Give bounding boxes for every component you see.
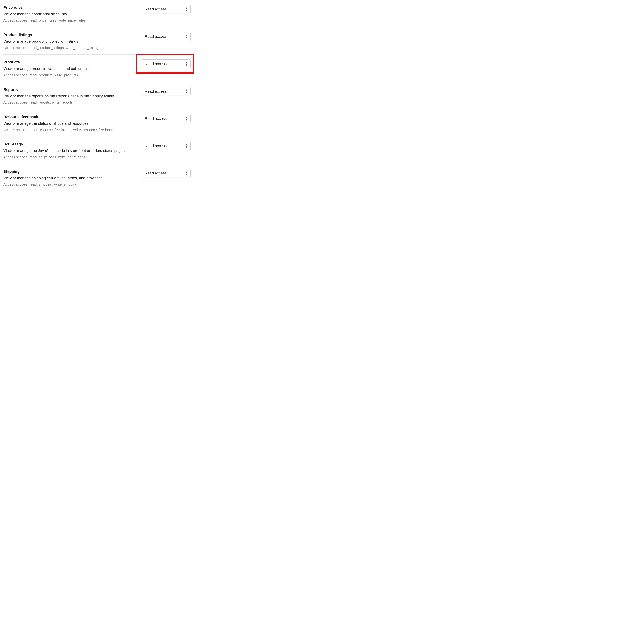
permission-description: View or manage products, variants, and c… [3,66,135,71]
permission-title: Products [3,59,135,65]
permission-scopes: Access scopes: read_price_rules, write_p… [3,18,135,23]
access-select-value[interactable]: Read access [142,5,191,14]
permission-info: Script tagsView or manage the JavaScript… [3,142,142,160]
permission-description: View or manage shipping carriers, countr… [3,175,135,181]
permissions-list: Price rulesView or manage conditional di… [3,0,191,191]
permission-info: ProductsView or manage products, variant… [3,59,142,78]
permission-row-products: ProductsView or manage products, variant… [3,55,191,82]
permission-row-product-listings: Product listingsView or manage product o… [3,27,191,55]
access-select-products[interactable]: Read access [142,59,191,68]
access-select-script-tags[interactable]: Read access [142,142,191,150]
access-select-price-rules[interactable]: Read access [142,5,191,14]
permission-row-reports: ReportsView or manage reports on the Rep… [3,82,191,109]
access-select-value[interactable]: Read access [142,142,191,150]
access-select-value[interactable]: Read access [142,169,191,178]
permission-scopes: Access scopes: read_shipping, write_ship… [3,182,135,187]
permission-title: Product listings [3,32,135,38]
access-select-reports[interactable]: Read access [142,87,191,96]
permission-scopes: Access scopes: read_resource_feedbacks, … [3,127,135,132]
permission-row-shipping: ShippingView or manage shipping carriers… [3,164,191,191]
permission-scopes: Access scopes: read_products, write_prod… [3,72,135,78]
permission-info: ShippingView or manage shipping carriers… [3,169,142,187]
permission-description: View or manage the JavaScript code in st… [3,148,135,154]
permission-scopes: Access scopes: read_product_listings, wr… [3,45,135,50]
access-select-product-listings[interactable]: Read access [142,32,191,41]
access-select-value[interactable]: Read access [142,59,191,68]
permission-title: Script tags [3,142,135,147]
permission-title: Resource feedback [3,114,135,120]
permission-info: ReportsView or manage reports on the Rep… [3,87,142,105]
permission-title: Price rules [3,5,135,10]
permission-row-resource-feedback: Resource feedbackView or manage the stat… [3,109,191,137]
permission-description: View or manage reports on the Reports pa… [3,93,135,99]
permission-description: View or manage the status of shops and r… [3,121,135,126]
permission-scopes: Access scopes: read_script_tags, write_s… [3,155,135,160]
permission-row-script-tags: Script tagsView or manage the JavaScript… [3,137,191,164]
permission-info: Price rulesView or manage conditional di… [3,5,142,23]
permission-description: View or manage product or collection lis… [3,39,135,44]
permission-description: View or manage conditional discounts [3,11,135,17]
access-select-shipping[interactable]: Read access [142,169,191,178]
access-select-value[interactable]: Read access [142,114,191,123]
permission-title: Shipping [3,169,135,174]
access-select-value[interactable]: Read access [142,87,191,96]
access-select-resource-feedback[interactable]: Read access [142,114,191,123]
permission-title: Reports [3,87,135,92]
permission-row-price-rules: Price rulesView or manage conditional di… [3,0,191,27]
permission-scopes: Access scopes: read_reports, write_repor… [3,100,135,105]
permission-info: Resource feedbackView or manage the stat… [3,114,142,132]
permission-info: Product listingsView or manage product o… [3,32,142,50]
access-select-value[interactable]: Read access [142,32,191,41]
